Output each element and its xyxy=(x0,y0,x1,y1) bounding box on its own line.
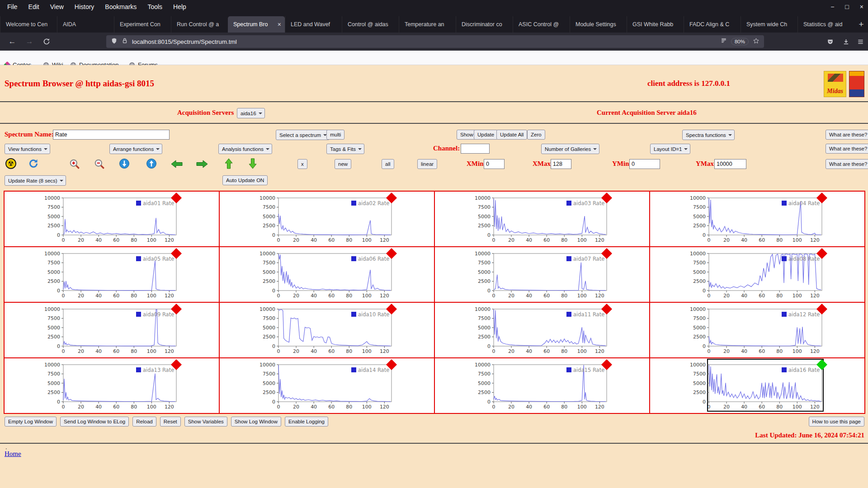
downloads-icon[interactable] xyxy=(840,36,852,47)
tab-led-and-wavef[interactable]: LED and Wavef xyxy=(285,16,342,33)
forward-icon[interactable]: → xyxy=(24,36,35,47)
menu-view[interactable]: View xyxy=(45,3,69,10)
tags-fits-dropdown[interactable]: Tags & Fits xyxy=(326,144,364,154)
tab-control-aidas[interactable]: Control @ aidas xyxy=(342,16,399,33)
tab-spectrum-bro[interactable]: Spectrum Bro× xyxy=(228,16,285,33)
ymin-input[interactable] xyxy=(629,159,660,169)
facility-logo[interactable] xyxy=(849,71,864,97)
show-variables-button[interactable]: Show Variables xyxy=(184,417,227,427)
tab-aida[interactable]: AIDA xyxy=(57,16,114,33)
minimize-icon[interactable]: − xyxy=(830,3,834,10)
spectrum-plot-aida04[interactable]: 025005000750010000020406080100120aida04 … xyxy=(650,192,864,246)
tab-temperature-an[interactable]: Temperature an xyxy=(399,16,456,33)
plot-cell-aida02[interactable]: 025005000750010000020406080100120aida02 … xyxy=(219,191,434,247)
tab-experiment-con[interactable]: Experiment Con xyxy=(114,16,171,33)
plot-cell-aida16[interactable]: 025005000750010000020406080100120aida16 … xyxy=(650,358,865,413)
home-link[interactable]: Home xyxy=(5,450,21,458)
plot-cell-aida05[interactable]: 025005000750010000020406080100120aida05 … xyxy=(4,247,219,302)
tab-welcome-to-cen[interactable]: Welcome to Cen xyxy=(0,16,57,33)
xmax-input[interactable] xyxy=(551,159,571,169)
plot-cell-aida06[interactable]: 025005000750010000020406080100120aida06 … xyxy=(219,247,434,302)
shift-down-icon[interactable] xyxy=(119,158,130,169)
hamburger-menu-icon[interactable] xyxy=(854,36,866,47)
spectrum-plot-aida14[interactable]: 025005000750010000020406080100120aida14 … xyxy=(220,358,434,413)
plot-cell-aida13[interactable]: 025005000750010000020406080100120aida13 … xyxy=(4,358,219,413)
tab-module-settings[interactable]: Module Settings xyxy=(570,16,627,33)
multi-button[interactable]: multi xyxy=(326,130,344,140)
refresh-icon[interactable] xyxy=(28,158,39,169)
how-to-use-button[interactable]: How to use this page xyxy=(809,417,864,427)
enable-logging-button[interactable]: Enable Logging xyxy=(285,417,328,427)
analysis-functions-dropdown[interactable]: Analysis functions xyxy=(218,144,272,154)
xmin-input[interactable] xyxy=(484,159,505,169)
shift-up-icon[interactable] xyxy=(146,158,157,169)
plot-cell-aida04[interactable]: 025005000750010000020406080100120aida04 … xyxy=(650,191,865,247)
plot-cell-aida15[interactable]: 025005000750010000020406080100120aida15 … xyxy=(434,358,650,413)
spectrum-plot-aida05[interactable]: 025005000750010000020406080100120aida05 … xyxy=(5,247,219,302)
what-are-these-button-1[interactable]: What are these? xyxy=(826,130,868,140)
menu-bookmarks[interactable]: Bookmarks xyxy=(99,3,142,10)
update-button[interactable]: Update xyxy=(474,130,498,140)
tab-system-wide-ch[interactable]: System wide Ch xyxy=(741,16,797,33)
show-log-window-button[interactable]: Show Log Window xyxy=(231,417,281,427)
menu-history[interactable]: History xyxy=(69,3,100,10)
tab-statistics-aid[interactable]: Statistics @ aid xyxy=(797,16,854,33)
what-are-these-button-2[interactable]: What are these? xyxy=(826,144,868,154)
spectrum-plot-aida13[interactable]: 025005000750010000020406080100120aida13 … xyxy=(5,358,219,413)
pan-up-icon[interactable] xyxy=(225,158,233,169)
spectrum-plot-aida08[interactable]: 025005000750010000020406080100120aida08 … xyxy=(650,247,864,302)
pan-down-icon[interactable] xyxy=(249,158,257,169)
plot-cell-aida12[interactable]: 025005000750010000020406080100120aida12 … xyxy=(650,302,865,358)
spectrum-plot-aida02[interactable]: 025005000750010000020406080100120aida02 … xyxy=(220,192,434,246)
maximize-icon[interactable]: □ xyxy=(845,3,849,10)
view-functions-dropdown[interactable]: View functions xyxy=(5,144,50,154)
tab-fadc-align-c[interactable]: FADC Align & C xyxy=(684,16,741,33)
spectrum-plot-aida12[interactable]: 025005000750010000020406080100120aida12 … xyxy=(650,303,864,357)
plot-cell-aida08[interactable]: 025005000750010000020406080100120aida08 … xyxy=(650,247,865,302)
channel-input[interactable] xyxy=(461,144,490,154)
plot-cell-aida14[interactable]: 025005000750010000020406080100120aida14 … xyxy=(219,358,434,413)
reset-button[interactable]: Reset xyxy=(160,417,181,427)
update-all-button[interactable]: Update All xyxy=(496,130,527,140)
spectrum-plot-aida16[interactable]: 025005000750010000020406080100120aida16 … xyxy=(650,358,864,413)
menu-tools[interactable]: Tools xyxy=(142,3,168,10)
tab-gsi-white-rabb[interactable]: GSI White Rabb xyxy=(627,16,684,33)
spectrum-plot-aida03[interactable]: 025005000750010000020406080100120aida03 … xyxy=(435,192,649,246)
site-info-icon[interactable] xyxy=(122,38,128,46)
reload-icon[interactable] xyxy=(41,36,52,47)
zero-button[interactable]: Zero xyxy=(527,130,545,140)
ymax-input[interactable] xyxy=(714,159,746,169)
back-icon[interactable]: ← xyxy=(6,36,18,47)
close-icon[interactable]: × xyxy=(860,3,863,10)
all-button[interactable]: all xyxy=(382,159,394,169)
spectrum-plot-aida09[interactable]: 025005000750010000020406080100120aida09 … xyxy=(5,303,219,357)
spectrum-plot-aida01[interactable]: 025005000750010000020406080100120aida01 … xyxy=(5,192,219,246)
zoom-level-badge[interactable]: 80% xyxy=(731,38,749,45)
midas-logo[interactable]: Midas xyxy=(824,71,846,97)
x-axis-button[interactable]: x xyxy=(297,159,307,169)
update-rate-dropdown[interactable]: Update Rate (8 secs) xyxy=(5,175,66,186)
pocket-icon[interactable] xyxy=(824,36,836,47)
tab-discriminator-co[interactable]: Discriminator co xyxy=(456,16,513,33)
tab-run-control-a[interactable]: Run Control @ a xyxy=(171,16,228,33)
layout-id-dropdown[interactable]: Layout ID=1 xyxy=(650,144,690,154)
plot-cell-aida09[interactable]: 025005000750010000020406080100120aida09 … xyxy=(4,302,219,358)
reload-button[interactable]: Reload xyxy=(132,417,156,427)
reader-mode-icon[interactable] xyxy=(721,38,727,46)
new-button[interactable]: new xyxy=(335,159,351,169)
spectrum-plot-aida10[interactable]: 025005000750010000020406080100120aida10 … xyxy=(220,303,434,357)
spectrum-plot-aida07[interactable]: 025005000750010000020406080100120aida07 … xyxy=(435,247,649,302)
radiation-icon[interactable]: ☢ xyxy=(5,158,16,169)
zoom-in-icon[interactable] xyxy=(69,158,80,170)
shield-icon[interactable] xyxy=(111,38,118,46)
pan-left-icon[interactable] xyxy=(171,160,183,168)
send-log-window-to-elog-button[interactable]: Send Log Window to ELog xyxy=(60,417,129,427)
menu-edit[interactable]: Edit xyxy=(23,3,45,10)
plot-cell-aida11[interactable]: 025005000750010000020406080100120aida11 … xyxy=(434,302,650,358)
new-tab-button[interactable]: + xyxy=(854,16,868,33)
bookmark-star-icon[interactable] xyxy=(753,38,760,46)
select-spectrum-dropdown[interactable]: Select a spectrum xyxy=(276,130,330,140)
auto-update-button[interactable]: Auto Update ON xyxy=(222,175,268,185)
spectra-functions-dropdown[interactable]: Spectra functions xyxy=(682,130,735,140)
plot-cell-aida10[interactable]: 025005000750010000020406080100120aida10 … xyxy=(219,302,434,358)
